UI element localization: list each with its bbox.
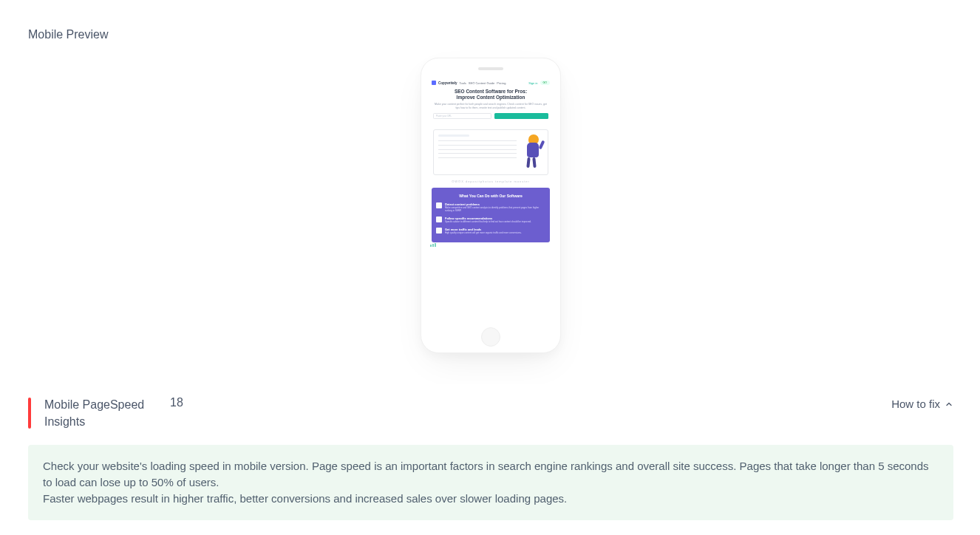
severity-accent: [28, 398, 31, 429]
how-to-fix-toggle[interactable]: How to fix: [891, 396, 953, 410]
feature-icon: [436, 228, 442, 234]
feature-icon: [436, 217, 442, 222]
feature-item: Detect content problems Make competitive…: [436, 202, 545, 213]
feature-desc: Specific advice to different content tha…: [445, 221, 531, 224]
hero-illustration-icon: [521, 134, 543, 170]
hero-subtitle: Make your content perfect for both peopl…: [433, 103, 548, 109]
hero-cta-button: [494, 113, 549, 119]
tip-line: Faster webpages result in higher traffic…: [43, 491, 939, 507]
site-logo-icon: [432, 81, 436, 85]
phone-home-button-icon: [481, 327, 500, 347]
phone-screen: Copywritely Tools SEO Content Guide Pric…: [427, 78, 554, 323]
insight-title: Mobile PageSpeed Insights: [44, 396, 155, 430]
hero-panel: [433, 129, 548, 175]
how-to-fix-label: How to fix: [891, 398, 940, 410]
feature-title: Get more traffic and leads: [445, 228, 522, 231]
feature-desc: High quality unique content will get mor…: [445, 232, 522, 235]
partner-logos: OWOX depositphotos template monster: [427, 180, 554, 183]
tip-line: Check your website's loading speed in mo…: [43, 458, 939, 491]
site-brand: Copywritely: [438, 81, 457, 85]
chart-icon: [430, 243, 440, 247]
hero-form: Paste your URL: [433, 113, 548, 119]
mobile-preview-heading: Mobile Preview: [28, 28, 953, 41]
phone-speaker: [478, 67, 503, 70]
how-to-fix-tip: Check your website's loading speed in mo…: [28, 445, 953, 519]
pagespeed-insight-card: Mobile PageSpeed Insights 18 How to fix …: [7, 384, 974, 534]
feature-icon: [436, 202, 442, 208]
feature-item: Get more traffic and leads High quality …: [436, 228, 545, 235]
insight-header: Mobile PageSpeed Insights 18 How to fix: [28, 396, 953, 430]
site-nav: Copywritely Tools SEO Content Guide Pric…: [427, 78, 554, 87]
feature-item: Follow specific recommendations Specific…: [436, 217, 545, 224]
feature-desc: Make competitive and SEO content analysi…: [445, 207, 545, 213]
nav-item: SEO Content Guide: [469, 81, 494, 85]
hero-input: Paste your URL: [433, 113, 491, 119]
phone-mock: Copywritely Tools SEO Content Guide Pric…: [421, 58, 561, 353]
features-panel: What You Can Do with Our Software Detect…: [432, 188, 550, 242]
hero-title: SEO Content Software for Pros: Improve C…: [433, 89, 548, 100]
insight-score: 18: [170, 396, 183, 409]
nav-item: Pricing: [497, 81, 506, 85]
nav-signin: Sign in: [528, 81, 537, 85]
chevron-up-icon: [945, 400, 953, 409]
site-footer: [427, 242, 554, 248]
mobile-preview-section: Mobile Preview Copywritely Tools SEO Con…: [7, 9, 974, 374]
phone-mock-wrap: Copywritely Tools SEO Content Guide Pric…: [28, 58, 953, 353]
features-title: What You Can Do with Our Software: [436, 194, 545, 198]
nav-badge: GO: [540, 81, 550, 85]
nav-item: Tools: [460, 81, 466, 85]
site-hero: SEO Content Software for Pros: Improve C…: [427, 87, 554, 123]
